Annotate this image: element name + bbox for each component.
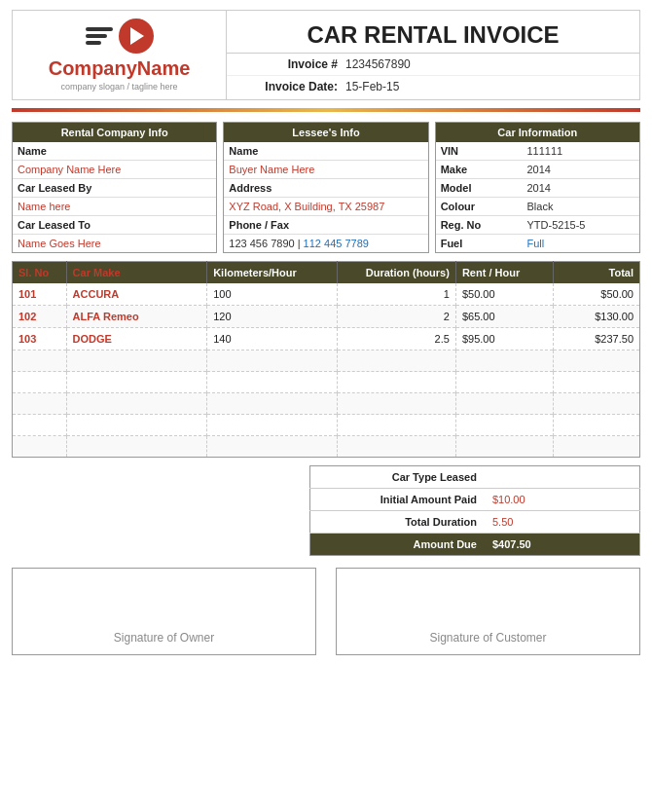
ls-row-1: Name: [224, 142, 427, 161]
item-row-empty-1: [13, 351, 640, 372]
item-kmh-2: 120: [207, 306, 337, 328]
car-info-table: VIN 111111 Make 2014 Model 2014 Colour B…: [436, 142, 639, 252]
lessee-table: Name Buyer Name Here Address XYZ Road, X…: [224, 142, 427, 252]
signature-owner-label: Signature of Owner: [114, 631, 214, 645]
ls-value-name: Buyer Name Here: [224, 161, 427, 179]
item-dur-3: 2.5: [337, 328, 455, 351]
ls-phone1: 123 456 7890: [229, 238, 294, 249]
item-sl-2: 102: [13, 306, 67, 328]
item-row-2: 102 ALFA Remeo 120 2 $65.00 $130.00: [13, 306, 640, 328]
ci-val-regno: YTD-5215-5: [523, 216, 639, 235]
signature-section: Signature of Owner Signature of Customer: [12, 568, 640, 655]
accent-bar: [12, 108, 640, 112]
invoice-title: CAR RENTAL INVOICE: [227, 14, 639, 54]
item-total-2: $130.00: [553, 306, 639, 328]
car-info-header: Car Information: [436, 123, 639, 142]
ci-row-colour: Colour Black: [436, 198, 639, 216]
th-rent: Rent / Hour: [455, 262, 553, 284]
item-row-1: 101 ACCURA 100 1 $50.00 $50.00: [13, 283, 640, 306]
item-row-empty-2: [13, 372, 640, 393]
item-make-1: ACCURA: [66, 283, 207, 306]
rental-company-table: Name Company Name Here Car Leased By Nam…: [13, 142, 216, 252]
items-header-row: Sl. No Car Make Kilometers/Hour Duration…: [13, 262, 640, 284]
signature-customer-box: Signature of Customer: [336, 568, 640, 655]
item-sl-1: 101: [13, 283, 67, 306]
company-slogan: company slogan / tagline here: [60, 82, 177, 92]
info-section: Rental Company Info Name Company Name He…: [12, 122, 640, 253]
totals-section: Car Type Leased Initial Amount Paid $10.…: [12, 465, 640, 556]
logo-line-3: [86, 41, 101, 45]
ci-row-model: Model 2014: [436, 179, 639, 198]
th-kmh: Kilometers/Hour: [207, 262, 337, 284]
logo-line-2: [86, 34, 107, 38]
th-dur: Duration (hours): [337, 262, 455, 284]
page: CompanyName company slogan / tagline her…: [0, 0, 652, 665]
total-row-car-type: Car Type Leased: [310, 466, 640, 489]
invoice-date-value: 15-Feb-15: [345, 80, 399, 93]
company-name-part1: Company: [49, 57, 137, 79]
rc-value-company: Company Name Here: [13, 161, 216, 179]
rc-label-leased-by: Car Leased By: [13, 179, 216, 198]
rc-row-1: Name: [13, 142, 216, 161]
item-kmh-1: 100: [207, 283, 337, 306]
item-total-3: $237.50: [553, 328, 639, 351]
total-label-duration: Total Duration: [310, 511, 485, 534]
item-dur-1: 1: [337, 283, 455, 306]
ci-val-colour: Black: [523, 198, 639, 216]
items-section: Sl. No Car Make Kilometers/Hour Duration…: [12, 261, 640, 458]
ls-label-address: Address: [224, 179, 427, 198]
logo-section: CompanyName company slogan / tagline her…: [13, 11, 227, 99]
rc-value-leased-to: Name Goes Here: [13, 235, 216, 253]
item-row-empty-5: [13, 436, 640, 458]
item-dur-2: 2: [337, 306, 455, 328]
header: CompanyName company slogan / tagline her…: [12, 10, 640, 100]
item-kmh-3: 140: [207, 328, 337, 351]
th-sl: Sl. No: [13, 262, 67, 284]
rc-value-leased-by: Name here: [13, 198, 216, 216]
item-row-empty-3: [13, 393, 640, 415]
ci-key-model: Model: [436, 179, 523, 198]
item-row-3: 103 DODGE 140 2.5 $95.00 $237.50: [13, 328, 640, 351]
total-label-car-type: Car Type Leased: [310, 466, 485, 489]
play-icon: [130, 27, 144, 45]
rc-row-2: Company Name Here: [13, 161, 216, 179]
ci-key-colour: Colour: [436, 198, 523, 216]
item-rent-1: $50.00: [455, 283, 553, 306]
ls-row-2: Buyer Name Here: [224, 161, 427, 179]
ls-row-3: Address: [224, 179, 427, 198]
item-make-3: DODGE: [66, 328, 207, 351]
item-make-2: ALFA Remeo: [66, 306, 207, 328]
item-sl-3: 103: [13, 328, 67, 351]
invoice-number-row: Invoice # 1234567890: [227, 54, 639, 76]
item-rent-2: $65.00: [455, 306, 553, 328]
total-value-initial: $10.00: [485, 489, 640, 511]
ls-label-name: Name: [224, 142, 427, 161]
rc-row-5: Car Leased To: [13, 216, 216, 235]
rental-company-box: Rental Company Info Name Company Name He…: [12, 122, 217, 253]
total-row-initial: Initial Amount Paid $10.00: [310, 489, 640, 511]
ci-key-make: Make: [436, 161, 523, 179]
invoice-number-label: Invoice #: [238, 57, 345, 71]
logo-circle: [119, 18, 154, 54]
rc-row-6: Name Goes Here: [13, 235, 216, 253]
ci-row-fuel: Fuel Full: [436, 235, 639, 253]
ls-row-6: 123 456 7890 | 112 445 7789: [224, 235, 427, 253]
item-total-1: $50.00: [553, 283, 639, 306]
logo-lines: [86, 27, 113, 45]
item-row-empty-4: [13, 415, 640, 436]
ci-row-regno: Reg. No YTD-5215-5: [436, 216, 639, 235]
ls-row-5: Phone / Fax: [224, 216, 427, 235]
ls-phone2: 112 445 7789: [304, 238, 369, 249]
total-row-duration: Total Duration 5.50: [310, 511, 640, 534]
total-label-initial: Initial Amount Paid: [310, 489, 485, 511]
logo-line-1: [86, 27, 113, 31]
total-value-due: $407.50: [485, 534, 640, 556]
company-name-part2: Name: [137, 57, 190, 79]
th-make: Car Make: [66, 262, 207, 284]
rc-row-3: Car Leased By: [13, 179, 216, 198]
ci-val-model: 2014: [523, 179, 639, 198]
ls-row-4: XYZ Road, X Building, TX 25987: [224, 198, 427, 216]
rental-company-header: Rental Company Info: [13, 123, 216, 142]
ls-value-address: XYZ Road, X Building, TX 25987: [224, 198, 427, 216]
ci-key-fuel: Fuel: [436, 235, 523, 253]
